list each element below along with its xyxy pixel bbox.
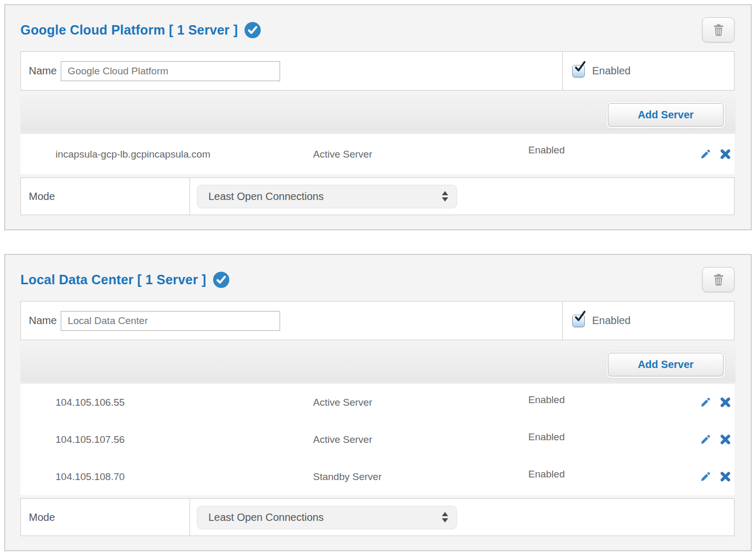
name-label: Name (29, 315, 57, 327)
add-server-button[interactable]: Add Server (608, 353, 724, 376)
server-list: 104.105.106.55 Active Server Enabled (20, 384, 735, 495)
server-state: Enabled (528, 144, 699, 156)
delete-group-button[interactable] (702, 17, 735, 42)
edit-server-button[interactable] (699, 471, 711, 483)
mode-select-value: Least Open Connections (208, 511, 324, 523)
server-status: Standby Server (313, 471, 528, 483)
server-state: Enabled (528, 394, 699, 406)
server-status: Active Server (313, 149, 528, 160)
server-row: 104.105.106.55 Active Server Enabled (20, 384, 735, 421)
enabled-cell: Enabled (562, 52, 734, 90)
mode-row: Mode Least Open Connections (20, 177, 735, 215)
server-toolbar: Add Server (20, 345, 736, 384)
panel-title: Google Cloud Platform [ 1 Server ] (20, 23, 238, 38)
server-actions (699, 396, 735, 408)
title-wrap: Google Cloud Platform [ 1 Server ] (20, 22, 261, 38)
enabled-checkbox[interactable] (572, 65, 585, 77)
remove-server-button[interactable] (719, 148, 731, 160)
server-address: 104.105.108.70 (55, 471, 313, 483)
trash-icon (712, 24, 725, 37)
check-circle-icon (244, 22, 261, 38)
server-address: 104.105.106.55 (55, 397, 313, 408)
x-icon (719, 471, 731, 483)
edit-server-button[interactable] (699, 396, 711, 408)
server-list: incapsula-gcp-lb.gcpincapsula.com Active… (20, 134, 735, 174)
enabled-cell: Enabled (562, 302, 734, 340)
pencil-icon (699, 396, 711, 408)
server-status: Active Server (313, 397, 528, 408)
name-cell: Name (21, 52, 562, 90)
server-actions (699, 433, 735, 445)
server-group-panel-gcp: Google Cloud Platform [ 1 Server ] Name (4, 4, 752, 230)
mode-label-cell: Mode (21, 499, 190, 536)
panel-header: Google Cloud Platform [ 1 Server ] (20, 16, 735, 44)
mode-select[interactable]: Least Open Connections (197, 506, 457, 529)
title-wrap: Local Data Center [ 1 Server ] (20, 272, 229, 288)
name-row: Name Enabled (20, 51, 735, 91)
remove-server-button[interactable] (719, 471, 731, 483)
server-row: 104.105.108.70 Standby Server Enabled (20, 458, 735, 495)
edit-server-button[interactable] (699, 148, 711, 160)
server-address: 104.105.107.56 (55, 434, 313, 445)
delete-group-button[interactable] (702, 267, 735, 292)
x-icon (719, 396, 731, 408)
group-name-input[interactable] (61, 311, 280, 331)
server-row: 104.105.107.56 Active Server Enabled (20, 421, 735, 458)
server-actions (699, 471, 735, 483)
x-icon (719, 433, 731, 445)
server-state: Enabled (528, 431, 699, 443)
server-toolbar: Add Server (20, 95, 736, 134)
trash-icon (712, 273, 725, 286)
panel-header: Local Data Center [ 1 Server ] (20, 265, 735, 294)
enabled-label: Enabled (592, 315, 630, 327)
up-down-arrows-icon (442, 512, 448, 522)
server-state: Enabled (528, 469, 699, 480)
pencil-icon (699, 433, 711, 445)
mode-row: Mode Least Open Connections (20, 498, 735, 536)
mode-label-cell: Mode (21, 178, 190, 215)
enabled-checkbox[interactable] (572, 315, 585, 327)
server-actions (699, 148, 735, 160)
name-row: Name Enabled (20, 301, 735, 340)
pencil-icon (699, 471, 711, 483)
mode-label: Mode (29, 191, 55, 203)
name-cell: Name (21, 302, 562, 340)
server-group-panel-local-dc: Local Data Center [ 1 Server ] Name (4, 254, 752, 551)
remove-server-button[interactable] (719, 433, 731, 445)
pencil-icon (699, 148, 711, 160)
check-circle-icon (213, 272, 229, 288)
mode-label: Mode (29, 511, 55, 523)
panel-title: Local Data Center [ 1 Server ] (20, 272, 206, 287)
add-server-button[interactable]: Add Server (608, 103, 724, 127)
remove-server-button[interactable] (719, 396, 731, 408)
server-status: Active Server (313, 434, 528, 445)
name-label: Name (29, 65, 57, 77)
server-address: incapsula-gcp-lb.gcpincapsula.com (55, 149, 313, 160)
server-row: incapsula-gcp-lb.gcpincapsula.com Active… (20, 134, 735, 174)
enabled-label: Enabled (592, 65, 630, 77)
x-icon (719, 148, 731, 160)
up-down-arrows-icon (442, 191, 448, 202)
edit-server-button[interactable] (699, 433, 711, 445)
mode-select[interactable]: Least Open Connections (197, 185, 457, 208)
mode-select-value: Least Open Connections (208, 191, 324, 203)
group-name-input[interactable] (61, 61, 280, 81)
page: Google Cloud Platform [ 1 Server ] Name (0, 0, 756, 557)
